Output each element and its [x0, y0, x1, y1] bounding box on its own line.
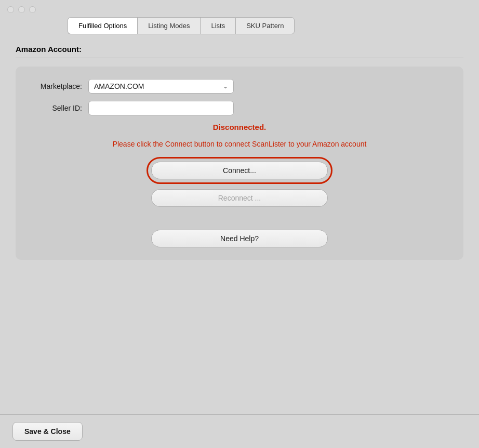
save-close-button[interactable]: Save & Close — [12, 422, 83, 441]
minimize-button[interactable] — [18, 6, 25, 13]
main-content: Amazon Account: Marketplace: AMAZON.COM … — [0, 34, 479, 414]
connect-ring: Connect... — [147, 157, 332, 184]
marketplace-label: Marketplace: — [35, 82, 82, 90]
tab-lists[interactable]: Lists — [200, 17, 235, 34]
reconnect-button[interactable]: Reconnect ... — [151, 189, 328, 207]
connect-button[interactable]: Connect... — [151, 162, 328, 179]
need-help-area: Need Help? — [30, 230, 449, 247]
tab-sku-pattern[interactable]: SKU Pattern — [235, 17, 295, 34]
close-button[interactable] — [7, 6, 14, 13]
tab-bar: Fulfilled Options Listing Modes Lists SK… — [0, 17, 479, 34]
amazon-account-card: Marketplace: AMAZON.COM ⌄ Seller ID: Dis… — [16, 67, 463, 260]
status-message: Please click the Connect button to conne… — [113, 139, 367, 150]
seller-id-row: Seller ID: — [30, 101, 449, 115]
title-bar — [0, 0, 479, 17]
seller-id-input[interactable] — [88, 101, 234, 115]
tab-listing-modes[interactable]: Listing Modes — [137, 17, 200, 34]
marketplace-dropdown[interactable]: AMAZON.COM ⌄ — [88, 79, 234, 94]
need-help-button[interactable]: Need Help? — [151, 230, 328, 247]
bottom-bar: Save & Close — [0, 414, 479, 448]
section-title: Amazon Account: — [16, 45, 463, 58]
tab-fulfilled-options[interactable]: Fulfilled Options — [68, 17, 137, 34]
marketplace-value: AMAZON.COM — [94, 82, 144, 90]
buttons-area: Connect... Reconnect ... — [30, 157, 449, 207]
chevron-down-icon: ⌄ — [223, 83, 228, 90]
marketplace-row: Marketplace: AMAZON.COM ⌄ — [30, 79, 449, 94]
seller-id-label: Seller ID: — [35, 104, 82, 112]
disconnected-status: Disconnected. — [213, 123, 267, 131]
maximize-button[interactable] — [29, 6, 36, 13]
